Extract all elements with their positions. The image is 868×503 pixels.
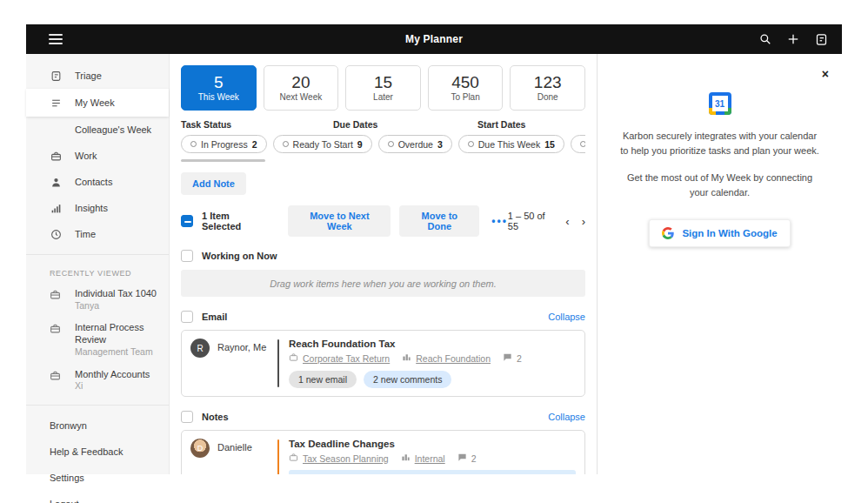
latest-comment[interactable]: Yohan Let me know if I can help with thi…: [289, 470, 576, 474]
sidebar-item-logout[interactable]: Logout: [26, 491, 169, 503]
add-note-button[interactable]: Add Note: [181, 172, 246, 195]
person-icon: [50, 176, 62, 188]
prev-page-button[interactable]: ‹: [565, 216, 569, 227]
card-label: Done: [537, 92, 558, 102]
status-dot-icon: [283, 141, 289, 147]
sender-name: Raynor, Me: [217, 342, 266, 352]
list-icon: [50, 97, 62, 109]
sender-name: Danielle: [217, 442, 252, 453]
section-title: Notes: [202, 412, 229, 422]
sidebar-item-user-bronwyn[interactable]: Bronwyn: [26, 412, 169, 439]
select-all-checkbox[interactable]: [181, 215, 193, 227]
google-calendar-icon: 31: [709, 92, 731, 115]
recent-item-monthly-accounts[interactable]: Monthly Accounts Xi: [26, 364, 169, 398]
filter-pill-in-progress[interactable]: In Progress2: [181, 135, 267, 153]
working-on-now-checkbox[interactable]: [181, 250, 193, 262]
move-to-next-week-button[interactable]: Move to Next Week: [288, 205, 391, 237]
sidebar: Triage My Week Colleague's Week Work: [26, 54, 170, 474]
notes-section-checkbox[interactable]: [181, 411, 193, 423]
pagination-label: 1 – 50 of 55: [508, 211, 553, 231]
sidebar-item-label: Contacts: [75, 177, 112, 187]
work-item-title: Tax Deadline Changes: [289, 439, 576, 449]
card-this-week[interactable]: 5 This Week: [181, 65, 257, 111]
new-comments-badge[interactable]: 2 new comments: [364, 371, 451, 388]
notes-section-header: Notes Collapse: [181, 411, 585, 423]
status-dot-icon: [580, 141, 585, 147]
sidebar-item-colleagues-week[interactable]: Colleague's Week: [26, 117, 169, 143]
recent-item-title: Internal Process Review: [75, 322, 165, 346]
client-link[interactable]: Reach Foundation: [416, 353, 491, 364]
email-section-checkbox[interactable]: [181, 311, 193, 323]
card-count: 15: [374, 74, 392, 92]
app-window: My Planner Triage: [26, 24, 842, 474]
pill-label: Overdue: [398, 139, 433, 150]
filter-pill-ready-to-start[interactable]: Ready To Start9: [273, 135, 372, 153]
pill-label: Due This Week: [478, 139, 540, 150]
recent-item-individual-tax[interactable]: Individual Tax 1040 Tanya: [26, 283, 169, 317]
note-work-item[interactable]: D Danielle Tax Deadline Changes Tax Seas…: [181, 430, 585, 474]
sidebar-item-label: Time: [75, 229, 96, 239]
sidebar-item-triage[interactable]: Triage: [26, 63, 169, 89]
search-icon[interactable]: [759, 33, 771, 45]
sidebar-item-insights[interactable]: Insights: [26, 195, 169, 221]
summary-cards: 5 This Week 20 Next Week 15 Later 450 To…: [181, 65, 585, 111]
comment-count: 2: [471, 453, 477, 464]
sidebar-item-settings[interactable]: Settings: [26, 465, 169, 491]
recent-item-title: Monthly Accounts: [75, 369, 150, 381]
email-collapse-link[interactable]: Collapse: [548, 312, 585, 322]
card-count: 5: [214, 74, 224, 92]
filter-pill-start-this-week[interactable]: Start This Week22: [571, 135, 585, 153]
horizontal-scrollbar[interactable]: [181, 159, 265, 162]
card-count: 123: [534, 74, 562, 92]
add-icon[interactable]: [787, 33, 799, 45]
work-link[interactable]: Tax Season Planning: [303, 453, 389, 464]
pill-label: In Progress: [201, 139, 248, 150]
clock-icon: [50, 228, 62, 240]
sidebar-item-work[interactable]: Work: [26, 143, 169, 169]
work-link[interactable]: Corporate Tax Return: [303, 353, 390, 364]
selection-toolbar: 1 Item Selected Move to Next Week Move t…: [181, 205, 585, 237]
move-to-done-button[interactable]: Move to Done: [399, 205, 479, 237]
filter-group-due-dates: Due Dates: [333, 119, 377, 130]
client-link[interactable]: Internal: [415, 453, 445, 464]
sidebar-item-label: Colleague's Week: [75, 124, 151, 135]
card-done[interactable]: 123 Done: [510, 65, 585, 111]
sidebar-item-contacts[interactable]: Contacts: [26, 169, 169, 195]
organization-icon: [401, 453, 411, 464]
filter-group-task-status: Task Status: [181, 119, 231, 130]
next-page-button[interactable]: ›: [582, 216, 585, 227]
card-to-plan[interactable]: 450 To Plan: [428, 65, 504, 111]
timeline-icon[interactable]: [815, 33, 828, 46]
recent-item-internal-process[interactable]: Internal Process Review Management Team: [26, 317, 169, 363]
sidebar-item-help-feedback[interactable]: Help & Feedback: [26, 439, 169, 465]
sidebar-item-label: Bronwyn: [50, 420, 87, 431]
working-on-now-dropzone[interactable]: Drag work items here when you are workin…: [181, 270, 585, 297]
card-label: Next Week: [280, 92, 323, 102]
sign-in-label: Sign In With Google: [682, 228, 777, 238]
filter-pill-overdue[interactable]: Overdue3: [378, 135, 452, 153]
section-title: Working on Now: [202, 251, 277, 261]
calendar-connect-panel: × 31 Karbon securely integrates with you…: [597, 54, 842, 474]
journal-icon: [50, 70, 62, 82]
top-bar: My Planner: [26, 24, 842, 54]
sign-in-with-google-button[interactable]: Sign In With Google: [649, 219, 790, 247]
status-dot-icon: [388, 141, 394, 147]
sidebar-item-label: My Week: [75, 97, 115, 108]
email-work-item[interactable]: R Raynor, Me Reach Foundation Tax Corpor…: [181, 330, 585, 397]
more-actions-button[interactable]: •••: [491, 215, 508, 227]
sidebar-item-time[interactable]: Time: [26, 221, 169, 247]
card-next-week[interactable]: 20 Next Week: [264, 65, 339, 111]
notes-collapse-link[interactable]: Collapse: [548, 412, 585, 422]
briefcase-icon: [50, 150, 62, 162]
sidebar-item-label: Settings: [50, 473, 84, 483]
briefcase-icon: [289, 352, 298, 364]
integration-description: Karbon securely integrates with your cal…: [618, 129, 821, 158]
new-email-badge[interactable]: 1 new email: [289, 371, 357, 388]
recent-item-subtitle: Management Team: [75, 346, 165, 359]
close-icon[interactable]: ×: [822, 68, 829, 80]
sidebar-item-my-week[interactable]: My Week: [26, 89, 169, 117]
sidebar-item-label: Help & Feedback: [50, 446, 123, 457]
briefcase-icon: [50, 289, 62, 301]
filter-pill-due-this-week[interactable]: Due This Week15: [458, 135, 564, 153]
card-later[interactable]: 15 Later: [345, 65, 421, 111]
